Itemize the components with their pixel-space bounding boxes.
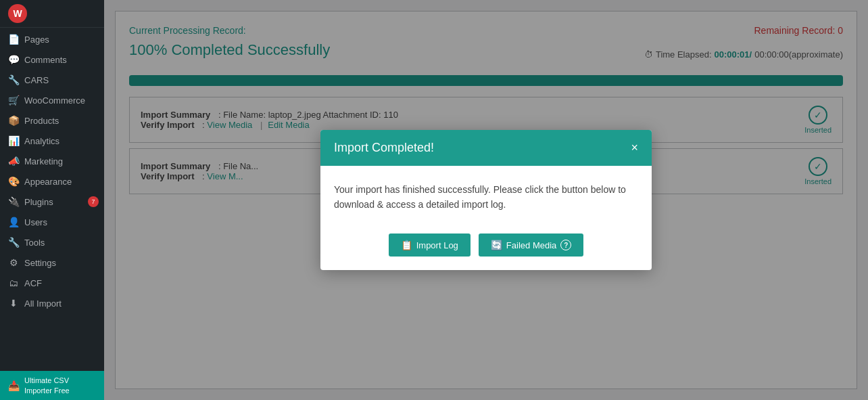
sidebar-item-appearance[interactable]: 🎨 Appearance (0, 171, 104, 192)
sidebar-item-label: Pages (24, 35, 49, 45)
modal-body-text: Your import has finished successfully. P… (334, 182, 638, 213)
sidebar-item-label: Settings (24, 258, 56, 268)
sidebar-item-label: Products (24, 116, 59, 126)
sidebar-item-pages[interactable]: 📄 Pages (0, 29, 104, 49)
modal-header: Import Completed! × (320, 130, 652, 166)
sidebar-item-comments[interactable]: 💬 Comments (0, 49, 104, 70)
sidebar-item-label: CARS (24, 75, 49, 85)
sidebar-item-label: Analytics (24, 136, 59, 146)
wp-logo: W (8, 4, 27, 23)
products-icon: 📦 (8, 115, 19, 126)
settings-icon: ⚙ (8, 257, 19, 268)
import-log-button[interactable]: 📋 Import Log (389, 234, 471, 257)
sidebar-item-tools[interactable]: 🔧 Tools (0, 232, 104, 252)
sidebar-top: W (0, 0, 104, 28)
sidebar-item-label: Ultimate CSV Importer Free (24, 376, 96, 395)
acf-icon: 🗂 (8, 277, 19, 288)
sidebar: W 📄 Pages 💬 Comments 🔧 CARS 🛒 WooCommerc… (0, 0, 104, 400)
modal-body: Your import has finished successfully. P… (320, 166, 652, 226)
sidebar-item-plugins[interactable]: 🔌 Plugins 7 (0, 192, 104, 212)
badge-plugins: 7 (88, 196, 99, 207)
sidebar-item-acf[interactable]: 🗂 ACF (0, 273, 104, 293)
sidebar-item-label: ACF (24, 278, 42, 288)
pages-icon: 📄 (8, 34, 19, 45)
failed-media-button[interactable]: 🔄 Failed Media ? (479, 234, 583, 257)
failed-media-icon: 🔄 (491, 240, 502, 250)
sidebar-item-settings[interactable]: ⚙ Settings (0, 252, 104, 273)
modal-overlay: Import Completed! × Your import has fini… (104, 0, 868, 400)
sidebar-item-marketing[interactable]: 📣 Marketing (0, 151, 104, 171)
sidebar-item-cars[interactable]: 🔧 CARS (0, 70, 104, 90)
sidebar-item-label: Plugins (24, 197, 53, 207)
woocommerce-icon: 🛒 (8, 95, 19, 106)
main-content: Current Processing Record: Remaining Rec… (104, 0, 868, 400)
sidebar-item-products[interactable]: 📦 Products (0, 110, 104, 131)
comments-icon: 💬 (8, 54, 19, 65)
sidebar-item-label: Marketing (24, 156, 63, 166)
import-log-icon: 📋 (401, 240, 412, 250)
sidebar-item-label: Users (24, 217, 47, 227)
csv-importer-icon: 📥 (8, 380, 19, 391)
modal-close-button[interactable]: × (631, 141, 638, 154)
modal-title: Import Completed! (334, 141, 434, 155)
import-log-label: Import Log (416, 240, 458, 250)
all-import-icon: ⬇ (8, 298, 19, 309)
analytics-icon: 📊 (8, 135, 19, 146)
sidebar-item-ultimate-csv[interactable]: 📥 Ultimate CSV Importer Free (0, 371, 104, 400)
sidebar-item-woocommerce[interactable]: 🛒 WooCommerce (0, 90, 104, 110)
tools-icon: 🔧 (8, 237, 19, 248)
cars-icon: 🔧 (8, 74, 19, 85)
users-icon: 👤 (8, 217, 19, 227)
sidebar-item-label: Comments (24, 55, 67, 65)
sidebar-item-users[interactable]: 👤 Users (0, 212, 104, 232)
sidebar-item-analytics[interactable]: 📊 Analytics (0, 131, 104, 151)
failed-media-label: Failed Media (506, 240, 556, 250)
appearance-icon: 🎨 (8, 176, 19, 187)
sidebar-item-label: All Import (24, 298, 62, 309)
sidebar-item-label: Appearance (24, 177, 72, 187)
sidebar-item-label: WooCommerce (24, 95, 85, 106)
help-icon: ? (560, 240, 571, 250)
sidebar-item-label: Tools (24, 238, 45, 248)
plugins-icon: 🔌 (8, 196, 19, 207)
modal-footer: 📋 Import Log 🔄 Failed Media ? (320, 225, 652, 270)
sidebar-item-all-import[interactable]: ⬇ All Import (0, 293, 104, 313)
marketing-icon: 📣 (8, 156, 19, 166)
import-completed-modal: Import Completed! × Your import has fini… (320, 130, 652, 271)
